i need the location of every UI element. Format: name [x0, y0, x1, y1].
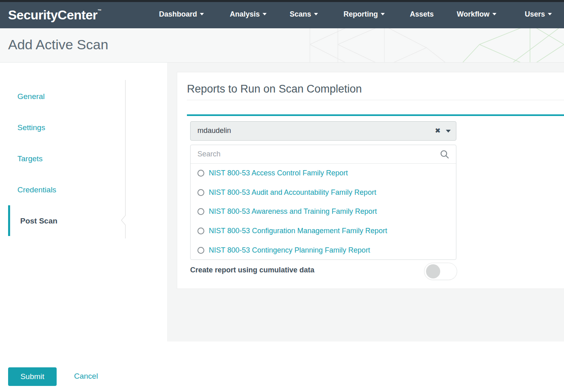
active-item-indicator [8, 205, 10, 236]
section-title-divider [187, 100, 564, 100]
sidebar-item-post-scan[interactable]: Post Scan [20, 217, 57, 226]
header-decorative-pattern [305, 28, 564, 62]
sidebar-item-credentials[interactable]: Credentials [17, 185, 56, 194]
search-row [191, 145, 456, 164]
report-option[interactable]: NIST 800-53 Configuration Management Fam… [191, 221, 456, 241]
trademark-symbol: ™ [98, 8, 102, 13]
chevron-down-icon [263, 13, 267, 15]
submit-button[interactable]: Submit [8, 367, 57, 386]
section-accent-bar [187, 114, 564, 116]
sidebar-item-settings[interactable]: Settings [17, 123, 45, 132]
radio-icon[interactable] [197, 208, 204, 215]
report-option[interactable]: NIST 800-53 Contingency Planning Family … [191, 240, 456, 260]
nav-item-analysis[interactable]: Analysis [230, 10, 267, 19]
nav-item-scans[interactable]: Scans [290, 10, 318, 19]
report-options-panel: NIST 800-53 Access Control Family Report… [190, 145, 456, 260]
section-title: Reports to Run on Scan Completion [187, 83, 362, 95]
chevron-down-icon [381, 13, 385, 15]
radio-icon[interactable] [197, 189, 204, 196]
chevron-down-icon [492, 13, 496, 15]
top-navbar: SecurityCenter™ Dashboard Analysis Scans… [0, 0, 564, 28]
nav-item-assets[interactable]: Assets [410, 10, 434, 19]
page-title: Add Active Scan [8, 37, 108, 53]
sidebar-item-general[interactable]: General [17, 92, 45, 101]
report-user-select[interactable]: mdaudelin ✖ [190, 121, 456, 141]
report-user-select-value: mdaudelin [197, 126, 231, 135]
report-option[interactable]: NIST 800-53 Access Control Family Report [191, 164, 456, 183]
search-icon [440, 150, 450, 159]
nav-item-users[interactable]: Users [525, 10, 552, 19]
cancel-button[interactable]: Cancel [74, 372, 98, 381]
select-caret-down-icon[interactable] [446, 130, 451, 133]
cumulative-toggle-label: Create report using cumulative data [190, 266, 314, 274]
nav-item-reporting[interactable]: Reporting [343, 10, 385, 19]
search-input[interactable] [197, 148, 432, 160]
cumulative-data-toggle[interactable] [424, 263, 457, 280]
sidebar-divider [121, 80, 127, 238]
chevron-down-icon [548, 13, 552, 15]
toggle-knob [426, 264, 440, 278]
chevron-down-icon [200, 13, 204, 15]
chevron-down-icon [314, 13, 318, 15]
app-logo-text: SecurityCenter [8, 8, 98, 22]
radio-icon[interactable] [197, 247, 204, 254]
clear-selection-icon[interactable]: ✖ [435, 126, 441, 135]
radio-icon[interactable] [197, 228, 204, 234]
radio-icon[interactable] [197, 170, 204, 177]
securitycenter-app: SecurityCenter™ Dashboard Analysis Scans… [0, 0, 564, 392]
app-logo[interactable]: SecurityCenter™ [8, 8, 101, 23]
report-option[interactable]: NIST 800-53 Audit and Accountability Fam… [191, 183, 456, 202]
page-header: Add Active Scan [0, 28, 564, 63]
nav-item-dashboard[interactable]: Dashboard [159, 10, 204, 19]
report-option[interactable]: NIST 800-53 Awareness and Training Famil… [191, 202, 456, 221]
sidebar-item-targets[interactable]: Targets [17, 154, 42, 163]
nav-item-workflow[interactable]: Workflow [457, 10, 496, 19]
